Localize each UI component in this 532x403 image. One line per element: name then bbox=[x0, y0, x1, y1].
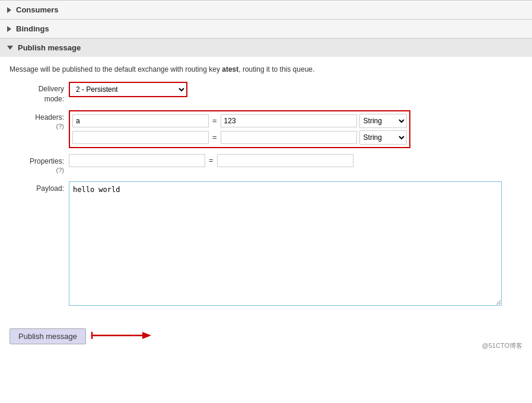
header-type-1[interactable]: String Number Boolean bbox=[359, 114, 407, 128]
headers-label: Headers: (?) bbox=[9, 110, 69, 132]
publish-info-text: Message will be published to the default… bbox=[9, 64, 523, 75]
bindings-section-header[interactable]: Bindings bbox=[0, 20, 532, 38]
properties-container: = bbox=[69, 154, 353, 167]
red-arrow-icon bbox=[86, 328, 157, 344]
header-value-2[interactable] bbox=[221, 131, 357, 144]
equals-1: = bbox=[211, 116, 218, 125]
info-text-after: , routing it to this queue. bbox=[238, 65, 314, 73]
headers-row: Headers: (?) = String Number Boolean bbox=[9, 110, 523, 148]
consumers-section: Consumers bbox=[0, 0, 532, 19]
bindings-section-title: Bindings bbox=[16, 24, 49, 33]
publish-section-content: Message will be published to the default… bbox=[0, 57, 532, 319]
header-key-2[interactable] bbox=[72, 131, 209, 144]
info-text-before: Message will be published to the default… bbox=[9, 65, 222, 73]
properties-help: (?) bbox=[9, 166, 64, 175]
publish-section-title: Publish message bbox=[18, 43, 81, 52]
header-type-2[interactable]: String Number Boolean bbox=[359, 130, 407, 145]
prop-value-1[interactable] bbox=[217, 154, 353, 167]
prop-equals-1: = bbox=[208, 156, 215, 165]
headers-container: = String Number Boolean = bbox=[69, 110, 410, 148]
publish-arrow-icon bbox=[7, 46, 13, 50]
header-row-1: = String Number Boolean bbox=[72, 114, 407, 128]
publish-message-button[interactable]: Publish message bbox=[9, 328, 86, 344]
svg-marker-1 bbox=[142, 332, 151, 339]
header-key-1[interactable] bbox=[72, 114, 209, 127]
properties-row: Properties: (?) = bbox=[9, 154, 523, 175]
footer-row: Publish message @51CTO博客 bbox=[0, 319, 532, 350]
publish-section-header[interactable]: Publish message bbox=[0, 39, 532, 57]
payload-row: Payload: hello world bbox=[9, 181, 523, 306]
prop-key-1[interactable] bbox=[69, 154, 205, 167]
bindings-arrow-icon bbox=[7, 26, 11, 32]
properties-label: Properties: (?) bbox=[9, 154, 69, 175]
delivery-mode-row: Deliverymode: 1 - Non-persistent 2 - Per… bbox=[9, 82, 523, 104]
payload-textarea[interactable]: hello world bbox=[69, 181, 502, 306]
consumers-arrow-icon bbox=[7, 7, 11, 13]
delivery-mode-select[interactable]: 1 - Non-persistent 2 - Persistent bbox=[69, 82, 187, 97]
header-value-1[interactable] bbox=[221, 114, 357, 127]
watermark: @51CTO博客 bbox=[482, 341, 523, 350]
consumers-section-header[interactable]: Consumers bbox=[0, 1, 532, 19]
delivery-mode-field: 1 - Non-persistent 2 - Persistent bbox=[69, 82, 187, 97]
header-row-2: = String Number Boolean bbox=[72, 130, 407, 145]
publish-section: Publish message Message will be publishe… bbox=[0, 38, 532, 319]
page-wrapper: Consumers Bindings Publish message Messa… bbox=[0, 0, 532, 403]
payload-label: Payload: bbox=[9, 181, 69, 194]
bindings-section: Bindings bbox=[0, 19, 532, 38]
consumers-section-title: Consumers bbox=[16, 5, 59, 14]
prop-row-1: = bbox=[69, 154, 353, 167]
delivery-mode-label: Deliverymode: bbox=[9, 82, 69, 104]
routing-key-value: atest bbox=[222, 65, 238, 73]
headers-help: (?) bbox=[9, 122, 64, 131]
equals-2: = bbox=[211, 133, 218, 142]
